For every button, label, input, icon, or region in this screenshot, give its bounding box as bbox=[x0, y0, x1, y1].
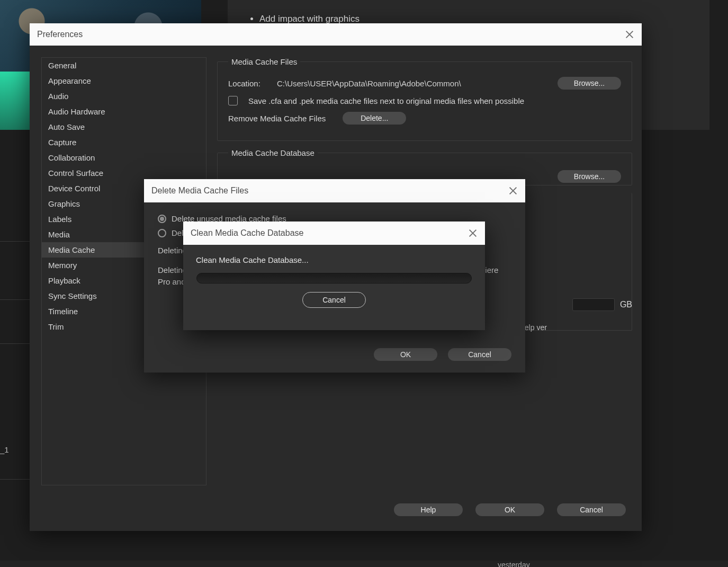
media-cache-database-legend: Media Cache Database bbox=[228, 148, 318, 157]
location-label: Location: bbox=[228, 79, 271, 88]
remove-cache-label: Remove Media Cache Files bbox=[228, 114, 326, 123]
save-cfa-label: Save .cfa and .pek media cache files nex… bbox=[248, 96, 524, 105]
cancel-button[interactable]: Cancel bbox=[557, 503, 626, 516]
cache-size-input[interactable] bbox=[572, 298, 615, 311]
media-cache-files-group: Media Cache Files Location: C:\Users\USE… bbox=[217, 57, 632, 141]
sidebar-item-capture[interactable]: Capture bbox=[42, 135, 206, 150]
gb-unit: GB bbox=[620, 300, 632, 309]
clean-cache-title: Clean Media Cache Database bbox=[191, 228, 303, 238]
clean-cache-message: Clean Media Cache Database... bbox=[196, 255, 309, 264]
sidebar-item-appearance[interactable]: Appearance bbox=[42, 73, 206, 88]
clean-cache-dialog: Clean Media Cache Database Clean Media C… bbox=[183, 222, 485, 330]
tutorial-bullet: Add impact with graphics bbox=[259, 14, 694, 24]
timeline-separator bbox=[0, 343, 32, 344]
timeline-footer: yesterday bbox=[0, 561, 728, 567]
sidebar-item-audio-hardware[interactable]: Audio Hardware bbox=[42, 104, 206, 119]
close-icon[interactable] bbox=[508, 186, 518, 196]
save-cfa-checkbox[interactable] bbox=[228, 96, 238, 105]
ok-button[interactable]: OK bbox=[475, 503, 544, 516]
radio-delete-unused[interactable] bbox=[158, 215, 166, 223]
cache-size-row: GB bbox=[572, 298, 632, 311]
delete-ok-button[interactable]: OK bbox=[374, 348, 437, 361]
help-button[interactable]: Help bbox=[394, 503, 463, 516]
preferences-title: Preferences bbox=[37, 30, 83, 39]
delete-cache-title: Delete Media Cache Files bbox=[151, 186, 248, 196]
sidebar-item-collaboration[interactable]: Collaboration bbox=[42, 150, 206, 165]
clean-cache-titlebar: Clean Media Cache Database bbox=[183, 222, 485, 245]
close-icon[interactable] bbox=[468, 228, 478, 238]
timeline-separator bbox=[0, 479, 32, 480]
radio-delete-all[interactable] bbox=[158, 229, 166, 237]
timeline-separator bbox=[0, 241, 32, 242]
delete-button[interactable]: Delete... bbox=[343, 112, 406, 125]
sidebar-item-general[interactable]: General bbox=[42, 58, 206, 73]
sidebar-item-audio[interactable]: Audio bbox=[42, 88, 206, 104]
sidebar-item-control-surface[interactable]: Control Surface bbox=[42, 165, 206, 181]
timeline-separator bbox=[0, 299, 32, 300]
sidebar-item-auto-save[interactable]: Auto Save bbox=[42, 119, 206, 135]
browse-db-button[interactable]: Browse... bbox=[558, 170, 621, 183]
media-cache-files-legend: Media Cache Files bbox=[228, 57, 300, 66]
close-icon[interactable] bbox=[625, 30, 634, 39]
browse-button[interactable]: Browse... bbox=[558, 77, 621, 90]
clip-label: _1 bbox=[0, 445, 9, 454]
progress-bar bbox=[196, 273, 472, 284]
location-path: C:\Users\USER\AppData\Roaming\Adobe\Comm… bbox=[277, 79, 551, 88]
clean-cancel-button[interactable]: Cancel bbox=[302, 292, 366, 308]
preferences-titlebar: Preferences bbox=[30, 23, 642, 46]
delete-cancel-button[interactable]: Cancel bbox=[448, 348, 511, 361]
delete-cache-titlebar: Delete Media Cache Files bbox=[144, 179, 525, 202]
